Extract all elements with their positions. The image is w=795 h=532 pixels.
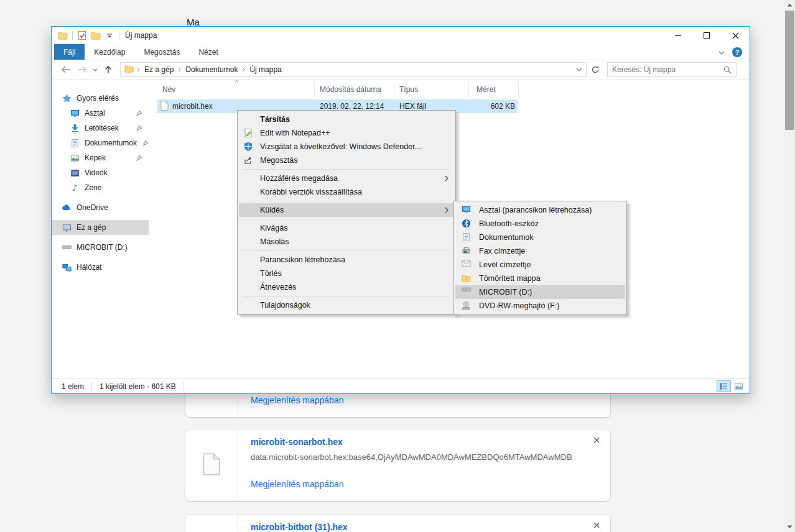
minimize-button[interactable] [664, 27, 692, 44]
breadcrumb-documents[interactable]: Dokumentumok [184, 65, 239, 74]
menu-separator [243, 169, 450, 170]
minimize-icon [675, 35, 681, 36]
download-close-icon[interactable]: × [593, 518, 600, 532]
menu-item-rename[interactable]: Átnevezés [239, 280, 454, 294]
menu-item-copy[interactable]: Másolás [239, 235, 454, 249]
column-header-type[interactable]: Típus [394, 82, 469, 97]
pin-icon [142, 140, 149, 147]
sendto-item-documents[interactable]: Dokumentumok [455, 231, 625, 244]
refresh-icon[interactable] [588, 62, 602, 77]
sidebar-item-desktop[interactable]: Asztal [52, 106, 149, 121]
sidebar-item-music[interactable]: ♪ Zene [52, 180, 149, 195]
send-to-submenu: Asztal (parancsikon létrehozása) Bluetoo… [453, 201, 627, 315]
menu-separator [243, 296, 450, 296]
forward-button[interactable] [74, 62, 90, 77]
sidebar-item-quick-access[interactable]: Gyors elérés [52, 91, 149, 106]
menu-separator [243, 201, 450, 201]
sidebar-item-pictures[interactable]: Képek [52, 150, 149, 165]
cloud-icon [62, 203, 72, 213]
menu-item-give-access[interactable]: Hozzáférés megadása [239, 172, 454, 185]
menu-item-edit-with-notepadpp[interactable]: Edit with Notepad++ [239, 126, 454, 140]
menu-item-properties[interactable]: Tulajdonságok [239, 298, 454, 312]
sidebar-item-network[interactable]: Hálózat [52, 260, 149, 275]
view-switcher [717, 380, 746, 392]
dvd-drive-icon [462, 301, 472, 311]
menu-separator [243, 219, 450, 219]
sendto-item-zip-folder[interactable]: Tömörített mappa [455, 272, 625, 285]
file-date-modified: 2019. 02. 22. 12:14 [315, 102, 394, 111]
details-view-icon [719, 382, 728, 390]
recent-locations-icon[interactable] [90, 62, 100, 77]
download-filename-link[interactable]: microbit-sonarbot.hex [251, 437, 343, 447]
back-button[interactable] [58, 62, 74, 77]
breadcrumb-new-folder[interactable]: Új mappa [248, 65, 282, 74]
scrollbar-thumb[interactable] [785, 11, 794, 130]
tab-home[interactable]: Kezdőlap [85, 44, 134, 60]
download-file-iconzone [185, 429, 238, 501]
menu-item-create-shortcut[interactable]: Parancsikon létrehozása [239, 253, 454, 267]
breadcrumb-chevron-icon [137, 67, 140, 72]
music-note-icon: ♪ [70, 183, 80, 193]
menu-item-scan-with-defender[interactable]: Vizsgálat a következővel: Windows Defend… [239, 140, 454, 154]
tab-file[interactable]: Fájl [54, 44, 85, 60]
sidebar-item-downloads[interactable]: Letöltések [52, 121, 149, 135]
breadcrumb-chevron-icon [242, 67, 245, 72]
menu-item-cut[interactable]: Kivágás [239, 221, 454, 235]
scrollbar-down-icon[interactable] [784, 522, 795, 532]
sendto-item-dvd-drive[interactable]: DVD-RW-meghajtó (F:) [455, 299, 625, 313]
search-icon [723, 66, 732, 74]
sidebar-item-videos[interactable]: Videók [52, 165, 149, 180]
column-header-date-modified[interactable]: Módosítás dátuma [315, 82, 394, 97]
tab-view[interactable]: Nézet [189, 44, 227, 60]
sidebar-item-this-pc[interactable]: Ez a gép [52, 220, 149, 235]
breadcrumb-this-pc[interactable]: Ez a gép [143, 65, 175, 74]
details-view-button[interactable] [717, 380, 731, 392]
download-card: microbit-sonarbot.hex data:microbit-sona… [185, 429, 610, 501]
menu-item-restore-previous-versions[interactable]: Korábbi verziók visszaállítása [239, 185, 454, 199]
window-title: Új mappa [125, 31, 157, 40]
close-icon [732, 32, 739, 39]
sidebar-item-documents[interactable]: Dokumentumok [52, 135, 149, 150]
scrollbar-up-icon[interactable] [784, 0, 795, 10]
column-header-size[interactable]: Méret [469, 82, 519, 97]
menu-item-delete[interactable]: Törlés [239, 267, 454, 280]
sendto-item-desktop-shortcut[interactable]: Asztal (parancsikon létrehozása) [455, 203, 625, 217]
help-button[interactable]: ? [732, 47, 742, 57]
address-bar[interactable]: Ez a gép Dokumentumok Új mappa [120, 62, 587, 77]
maximize-button[interactable] [692, 27, 721, 44]
properties-button[interactable] [77, 30, 87, 40]
menu-item-send-to[interactable]: Küldés [239, 203, 454, 217]
sidebar-item-microbit-drive[interactable]: MICROBIT (D:) [52, 240, 149, 255]
sendto-item-bluetooth[interactable]: Bluetooth-eszköz [455, 217, 625, 231]
tab-share[interactable]: Megosztás [134, 44, 189, 60]
selection-info: 1 kijelölt elem - 601 KB [100, 382, 176, 391]
search-box[interactable] [607, 62, 737, 77]
close-button[interactable] [721, 27, 750, 44]
ribbon-collapse-icon[interactable] [718, 48, 725, 57]
file-icon [202, 452, 221, 479]
search-input[interactable] [612, 65, 721, 74]
folder-icon [124, 64, 134, 75]
sendto-item-fax[interactable]: Fax címzettje [455, 244, 625, 258]
thumbnail-view-button[interactable] [732, 380, 746, 392]
zip-folder-icon [462, 273, 472, 283]
new-folder-button[interactable] [91, 30, 101, 40]
sendto-item-microbit-drive[interactable]: MICROBIT (D:) [455, 285, 625, 299]
fax-icon [462, 246, 472, 256]
qat-customize-icon[interactable] [105, 30, 114, 40]
film-icon [70, 168, 80, 178]
show-in-folder-link[interactable]: Megjelenítés mappában [251, 479, 343, 489]
up-button[interactable] [100, 62, 116, 77]
download-filename-link[interactable]: microbit-bitbot (31).hex [251, 522, 348, 532]
show-in-folder-link[interactable]: Megjelenítés mappában [251, 395, 343, 405]
document-icon [70, 138, 80, 148]
divider [72, 31, 73, 40]
sidebar-item-onedrive[interactable]: OneDrive [52, 200, 149, 215]
menu-item-share[interactable]: Megosztás [239, 154, 454, 167]
sendto-item-mail[interactable]: Levél címzettje [455, 258, 625, 272]
download-close-icon[interactable]: × [593, 433, 600, 447]
menu-item-open-with-default[interactable]: Társítás [239, 112, 454, 126]
defender-shield-icon [243, 142, 253, 152]
browser-scrollbar[interactable] [784, 0, 795, 532]
address-dropdown-icon[interactable] [576, 68, 582, 71]
